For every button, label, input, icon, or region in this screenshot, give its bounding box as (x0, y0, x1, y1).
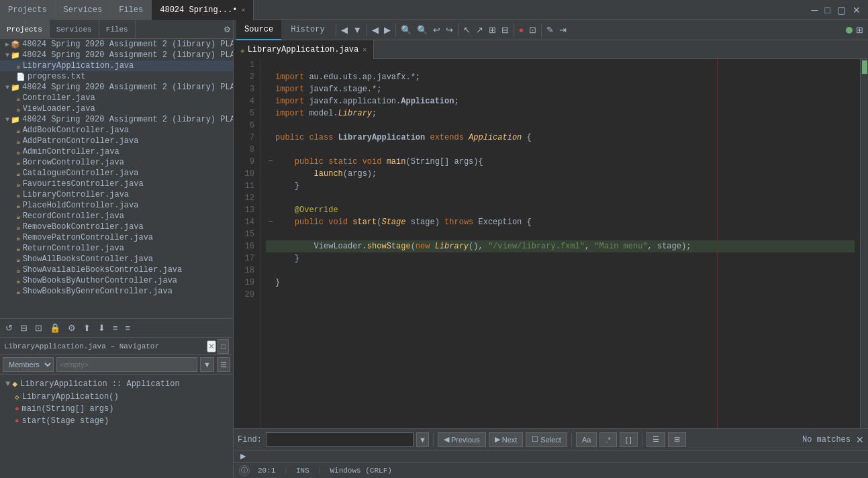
filter-input[interactable] (56, 357, 197, 372)
find-option-btn2[interactable]: .* (599, 432, 616, 447)
tab-48024-close[interactable]: ✕ (241, 6, 245, 14)
list-item[interactable]: ▼ ◆ LibraryApplication :: Application (3, 377, 230, 391)
fold-button[interactable]: ─ (266, 156, 275, 168)
find-dropdown-btn[interactable]: ▼ (416, 432, 429, 447)
btn-nav4[interactable]: ⊟ (499, 23, 511, 36)
list-item[interactable]: ▼ 📁 48024 Spring 2020 Assignment 2 (libr… (0, 114, 233, 125)
list-item[interactable]: ☕ LibraryApplication.java (0, 60, 233, 71)
list-item[interactable]: ☕LibraryController.java (0, 189, 233, 200)
find-option-btn1[interactable]: Aa (576, 432, 597, 447)
vertical-scrollbar[interactable] (860, 59, 868, 428)
btn-nav3[interactable]: ⊞ (487, 23, 498, 36)
panel-gear[interactable]: ⚙ (222, 20, 233, 38)
previous-button[interactable]: ◀ Previous (438, 432, 486, 447)
btn-collapse[interactable]: ⊡ (32, 322, 45, 334)
btn-down[interactable]: ⬇ (95, 322, 108, 334)
btn-goto[interactable]: ▶ (238, 450, 248, 462)
btn-search[interactable]: 🔍 (399, 23, 414, 36)
editor-tab-close[interactable]: ✕ (363, 46, 367, 54)
list-item[interactable]: ◇ LibraryApplication() (3, 391, 230, 403)
window-maximize[interactable]: ▢ (835, 3, 848, 17)
btn-forward[interactable]: ▼ (351, 23, 364, 36)
btn-search2[interactable]: 🔍 (415, 23, 430, 36)
list-item[interactable]: ☕ShowBooksByAuthorController.java (0, 275, 233, 286)
list-item[interactable]: ☕AddPatronController.java (0, 136, 233, 146)
btn-stop[interactable]: ● (517, 23, 526, 36)
tab-services[interactable]: Services (56, 0, 111, 20)
navigator-expand[interactable]: □ (218, 339, 229, 354)
btn-back[interactable]: ◀ (339, 23, 350, 36)
list-item[interactable]: ☕FavouritesController.java (0, 179, 233, 189)
list-item[interactable]: ☕ ViewLoader.java (0, 103, 233, 114)
expand-arrow-icon[interactable]: ▶ (5, 40, 9, 48)
btn-sort[interactable]: ≡ (110, 322, 121, 334)
list-item[interactable]: ▼ 📁 48024 Spring 2020 Assignment 2 (libr… (0, 82, 233, 93)
list-item[interactable]: ☕ShowAvailableBooksController.java (0, 265, 233, 275)
list-item[interactable]: ☕ShowAllBooksController.java (0, 254, 233, 265)
window-minimize[interactable]: ─ (810, 3, 820, 17)
btn-sync[interactable]: ↺ (3, 322, 15, 334)
btn-pause[interactable]: ⊡ (527, 23, 538, 36)
find-input[interactable] (266, 432, 414, 447)
find-close-btn[interactable]: ✕ (856, 434, 864, 445)
find-separator (571, 433, 572, 446)
window-restore[interactable]: □ (823, 3, 832, 17)
tab-projects[interactable]: Projects (0, 0, 56, 20)
code-editor[interactable]: 1 2 3 4 5 6 7 8 9 10 11 12 13 14 15 16 1 (234, 59, 868, 428)
btn-replace[interactable]: ↩ (431, 23, 442, 36)
tab-projects-panel[interactable]: Projects (0, 20, 50, 39)
list-item[interactable]: ☕CatalogueController.java (0, 168, 233, 179)
find-option-btn4[interactable]: ☰ (646, 432, 665, 447)
list-item[interactable]: ☕RecordController.java (0, 211, 233, 222)
list-item[interactable]: ☕ Controller.java (0, 93, 233, 103)
btn-sort2[interactable]: ≡ (123, 322, 134, 334)
editor-file-tab[interactable]: ☕ LibraryApplication.java ✕ (234, 40, 374, 59)
btn-expand-editor[interactable]: ⊞ (854, 23, 865, 36)
btn-replace2[interactable]: ↪ (444, 23, 455, 36)
btn-indent[interactable]: ⇥ (557, 23, 569, 36)
navigator-title: LibraryApplication.java – Navigator (4, 342, 207, 350)
btn-lock[interactable]: 🔒 (47, 322, 63, 334)
tab-files[interactable]: Files (111, 0, 152, 20)
window-close[interactable]: ✕ (851, 3, 863, 17)
btn-nav1[interactable]: ↖ (461, 23, 473, 36)
find-option-btn5[interactable]: ⊞ (668, 432, 686, 447)
btn-settings[interactable]: ⚙ (65, 322, 79, 334)
nav-sort-btn[interactable]: ☰ (217, 357, 230, 372)
tab-files-panel[interactable]: Files (99, 20, 136, 39)
list-item[interactable]: ☕ReturnController.java (0, 243, 233, 254)
code-text-area[interactable]: import au.edu.uts.ap.javafx.*; import ja… (260, 59, 860, 428)
list-item[interactable]: 📄 progress.txt (0, 71, 233, 82)
tab-history[interactable]: History (283, 20, 332, 40)
members-dropdown[interactable]: Members (3, 357, 54, 372)
tab-source[interactable]: Source (236, 20, 281, 40)
expand-arrow-icon[interactable]: ▼ (5, 84, 9, 91)
list-item[interactable]: ☕AddBookController.java (0, 125, 233, 136)
list-item[interactable]: ● main(String[] args) (3, 403, 230, 415)
list-item[interactable]: ☕RemovePatronController.java (0, 232, 233, 243)
list-item[interactable]: ☕PlaceHoldController.java (0, 200, 233, 211)
list-item[interactable]: ☕BorrowController.java (0, 157, 233, 168)
expand-arrow-icon[interactable]: ▼ (5, 52, 9, 59)
expand-arrow-icon[interactable]: ▼ (5, 116, 9, 124)
nav-filter-btn[interactable]: ▼ (200, 357, 214, 372)
btn-nav2[interactable]: ↗ (474, 23, 485, 36)
list-item[interactable]: ☕ShowBooksByGenreController.java (0, 286, 233, 297)
fold-button[interactable]: ─ (266, 216, 275, 228)
btn-comment[interactable]: ✎ (544, 23, 556, 36)
navigator-close[interactable]: ✕ (207, 340, 216, 352)
tab-services-panel[interactable]: Services (50, 20, 99, 39)
btn-split[interactable]: ⊟ (17, 322, 30, 334)
list-item[interactable]: ☕RemoveBookController.java (0, 222, 233, 232)
btn-up[interactable]: ⬆ (81, 322, 93, 334)
select-button[interactable]: ☐ Select (526, 432, 567, 447)
list-item[interactable]: ▼ 📁 48024 Spring 2020 Assignment 2 (libr… (0, 50, 233, 60)
find-option-btn3[interactable]: [ ] (620, 432, 638, 447)
tab-48024[interactable]: 48024 Spring...• ✕ (152, 0, 254, 20)
next-button[interactable]: ▶ Next (489, 432, 524, 447)
list-item[interactable]: ● start(Stage stage) (3, 415, 230, 427)
btn-prev-change[interactable]: ◀ (370, 23, 381, 36)
list-item[interactable]: ▶ 📦 48024 Spring 2020 Assignment 2 (libr… (0, 39, 233, 50)
btn-next-change[interactable]: ▶ (382, 23, 393, 36)
list-item[interactable]: ☕AdminController.java (0, 146, 233, 157)
